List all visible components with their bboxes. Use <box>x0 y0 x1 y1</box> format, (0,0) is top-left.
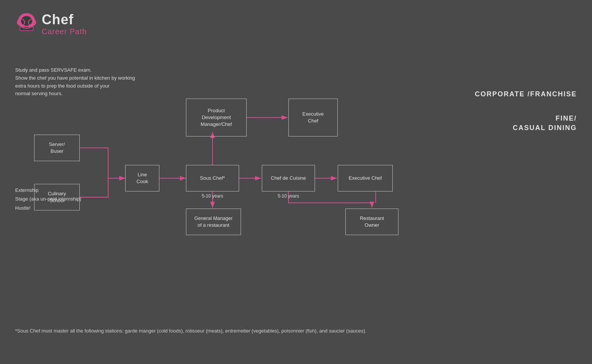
time-label-cdc: 5-10 years <box>262 193 315 199</box>
stage-label: Stage (aka un-paid internship) <box>15 196 81 202</box>
chef-hat-icon <box>15 11 38 37</box>
side-label-fine-dining: FINE/ CASUAL DINING <box>513 114 577 133</box>
box-product-dev: ProductDevelopmentManager/Chef <box>186 99 247 136</box>
box-line-cook: LineCook <box>125 165 159 191</box>
box-chef-de-cuisine: Chef de Cuisine <box>262 165 315 191</box>
line-cook-label: LineCook <box>137 171 148 185</box>
server-buser-label: Server/Buser <box>49 141 65 155</box>
product-dev-label: ProductDevelopmentManager/Chef <box>201 107 232 128</box>
externship-label: Externship <box>15 187 38 193</box>
logo: Chef Career Path <box>15 11 87 37</box>
logo-text: Chef Career Path <box>42 12 87 36</box>
box-restaurant-owner: RestaurantOwner <box>345 209 398 235</box>
footnote-text: *Sous Chef must master all the following… <box>15 328 367 334</box>
fine-label: FINE/ <box>556 115 577 122</box>
hustle-label: Hustle! <box>15 205 30 211</box>
general-manager-label: General Managerof a restaurant <box>194 215 233 229</box>
bottom-info: Externship Stage (aka un-paid internship… <box>15 186 81 212</box>
footnote: *Sous Chef must master all the following… <box>15 328 577 334</box>
box-executive-chef-corporate: ExecutiveChef <box>288 99 338 136</box>
box-general-manager: General Managerof a restaurant <box>186 209 241 235</box>
casual-label: CASUAL DINING <box>513 124 577 132</box>
box-server-buser: Server/Buser <box>34 135 80 161</box>
sous-chef-label: Sous Chef* <box>200 175 225 182</box>
box-executive-chef-fine: Executive Chef <box>338 165 393 191</box>
logo-career-label: Career Path <box>42 27 87 36</box>
chef-de-cuisine-label: Chef de Cuisine <box>271 175 306 182</box>
executive-chef-corporate-label: ExecutiveChef <box>302 111 324 124</box>
executive-chef-fine-label: Executive Chef <box>349 175 382 182</box>
side-label-corporate: CORPORATE /FRANCHISE <box>475 90 577 98</box>
logo-chef-label: Chef <box>42 12 87 27</box>
restaurant-owner-label: RestaurantOwner <box>360 215 384 229</box>
box-sous-chef: Sous Chef* <box>186 165 239 191</box>
time-label-sous: 5-10 years <box>186 193 239 199</box>
career-diagram: Server/Buser CulinarySchool LineCook Pro… <box>15 59 433 256</box>
